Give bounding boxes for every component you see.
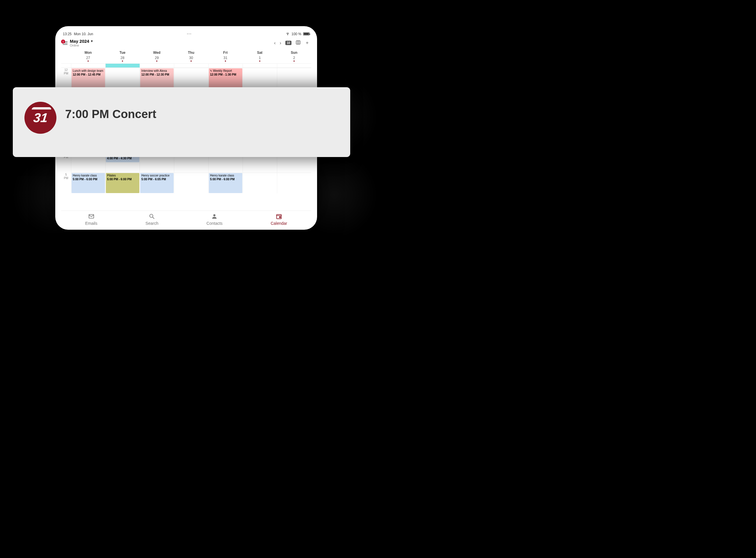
next-week-button[interactable]: ›	[280, 41, 281, 46]
event-wed-12[interactable]: Interview with Alexa 12:00 PM - 12:30 PM	[140, 68, 174, 88]
time-label-12pm: 12PM	[61, 68, 71, 89]
battery-percent: 100 %	[292, 32, 301, 36]
svg-rect-0	[296, 41, 300, 44]
prev-week-button[interactable]: ‹	[274, 41, 275, 46]
date-thu[interactable]: 30	[174, 55, 208, 63]
add-event-button[interactable]: ＋	[305, 40, 309, 46]
notification-banner[interactable]: 31 7:00 PM Concert	[13, 87, 350, 157]
weekday-mon: Mon	[71, 49, 105, 55]
person-icon	[211, 213, 218, 221]
pencil-icon: ✎	[210, 70, 212, 72]
weekday-wed: Wed	[140, 49, 174, 55]
chevron-down-icon: ▼	[91, 40, 93, 43]
date-tue[interactable]: 28	[105, 55, 140, 63]
search-icon	[149, 213, 155, 221]
multitask-dots[interactable]: •••	[93, 32, 286, 35]
month-label: May 2024	[70, 39, 89, 44]
weekday-sat: Sat	[243, 49, 277, 55]
columns-icon[interactable]	[296, 40, 301, 46]
weekday-fri: Fri	[208, 49, 243, 55]
event-fri-5[interactable]: Henry karate class 5:00 PM - 6:00 PM	[209, 173, 242, 193]
weekday-tue: Tue	[105, 49, 140, 55]
mail-icon	[88, 213, 95, 221]
event-tue-5[interactable]: Pilates 5:00 PM - 6:00 PM	[106, 173, 139, 193]
status-time: 13:25	[63, 32, 72, 36]
month-picker[interactable]: May 2024 ▼	[70, 39, 93, 44]
bottom-nav: Emails Search Contacts Calendar	[61, 210, 311, 226]
app-header: 1 May 2024 ▼ Online ‹ › 10 ＋	[61, 38, 311, 48]
notification-app-icon: 31	[24, 102, 56, 134]
wifi-icon	[286, 31, 290, 36]
date-header-row: 27 28 29 30 31 1 2	[61, 55, 311, 64]
event-mon-5[interactable]: Henry karate class 5:00 PM - 6:00 PM	[72, 173, 105, 193]
event-mon-12[interactable]: Lunch with design team 12:00 PM - 12:45 …	[72, 68, 105, 88]
notification-text: 7:00 PM Concert	[65, 99, 156, 121]
nav-calendar[interactable]: Calendar	[271, 213, 287, 226]
svg-rect-8	[280, 217, 281, 218]
date-wed[interactable]: 29	[140, 55, 174, 63]
date-sun[interactable]: 2	[277, 55, 311, 63]
nav-search[interactable]: Search	[146, 213, 158, 226]
svg-point-5	[213, 214, 216, 216]
nav-contacts[interactable]: Contacts	[206, 213, 223, 226]
online-status: Online	[70, 44, 93, 47]
status-bar: 13:25 Mon 10. Jun ••• 100 %	[61, 31, 311, 38]
allday-row	[61, 64, 311, 68]
view-days-chip[interactable]: 10	[285, 41, 292, 45]
event-fri-12[interactable]: ✎Weekly Report 12:00 PM - 1:30 PM	[209, 68, 242, 88]
svg-point-3	[150, 214, 153, 218]
nav-emails[interactable]: Emails	[85, 213, 97, 226]
weekday-sun: Sun	[277, 49, 311, 55]
weekday-header-row: Mon Tue Wed Thu Fri Sat Sun	[61, 48, 311, 55]
calendar-day-icon: 31	[32, 110, 48, 125]
date-mon[interactable]: 27	[71, 55, 105, 63]
time-label-5pm: 5PM	[61, 172, 71, 193]
battery-icon	[303, 32, 309, 35]
svg-line-4	[153, 217, 154, 219]
status-date: Mon 10. Jun	[74, 32, 93, 36]
menu-badge: 1	[61, 40, 65, 44]
allday-event-tue[interactable]	[105, 64, 140, 68]
date-sat[interactable]: 1	[243, 55, 277, 63]
date-fri[interactable]: 31	[208, 55, 243, 63]
event-wed-5[interactable]: Henry soccer practice 5:00 PM - 6:05 PM	[140, 173, 174, 193]
weekday-thu: Thu	[174, 49, 208, 55]
calendar-icon	[276, 213, 282, 221]
menu-button[interactable]: 1	[63, 41, 68, 45]
